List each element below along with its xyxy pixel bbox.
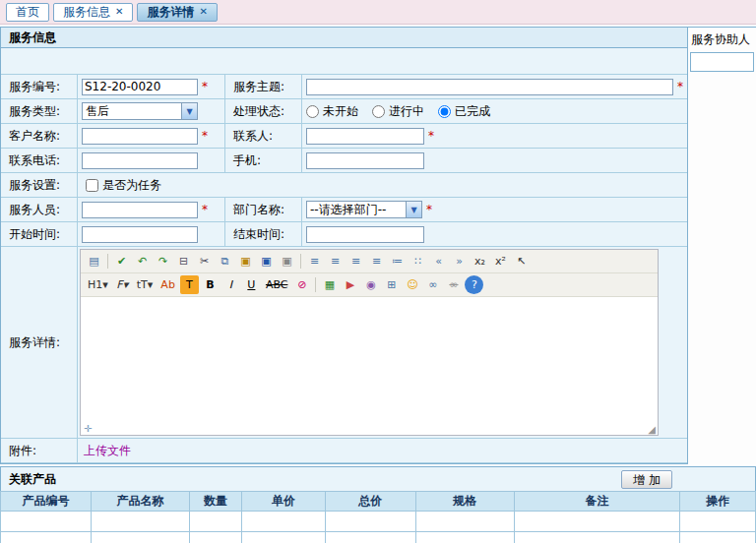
unordered-list-icon[interactable]: ∷: [409, 252, 427, 271]
help-icon[interactable]: ?: [465, 275, 483, 294]
tab-home[interactable]: 首页: [6, 3, 49, 22]
attachment-cell: 上传文件: [78, 439, 687, 462]
unlink-icon[interactable]: ∞: [444, 275, 463, 294]
media-icon[interactable]: ◉: [361, 275, 380, 294]
fontsize-select[interactable]: tT▾: [134, 275, 157, 294]
close-icon[interactable]: ✕: [115, 7, 123, 17]
flash-icon[interactable]: ▶: [341, 275, 359, 294]
service-info-panel: 服务信息 服务编号: * 服务主题: *: [0, 27, 688, 464]
highlight-icon[interactable]: T: [180, 275, 199, 294]
spellcheck-icon[interactable]: ✔: [112, 252, 131, 271]
heading-select[interactable]: H1▾: [85, 275, 111, 294]
settings-label: 服务设置:: [1, 173, 78, 197]
customer-cell: *: [78, 124, 225, 148]
end-time-input[interactable]: [306, 226, 424, 243]
paste-icon[interactable]: ▣: [236, 252, 255, 271]
col-remark: 备注: [514, 492, 680, 512]
service-type-select[interactable]: 售后 ▼: [82, 102, 198, 120]
copy-icon[interactable]: ⧉: [216, 252, 234, 271]
contact-cell: *: [302, 124, 687, 148]
start-time-input[interactable]: [82, 226, 198, 243]
indent-icon[interactable]: »: [450, 252, 469, 271]
print-icon[interactable]: ⊟: [174, 252, 193, 271]
assistant-list-box[interactable]: [690, 52, 754, 72]
bold-icon[interactable]: B: [201, 275, 220, 294]
service-type-label: 服务类型:: [1, 99, 78, 123]
tab-service-detail-label: 服务详情: [147, 4, 194, 21]
undo-icon[interactable]: ↶: [133, 252, 152, 271]
editor-toolbar-row2: H1▾F▾tT▾AbTBIUABC⊘▦▶◉⊞☺∞∞?: [81, 273, 658, 297]
start-time-label: 开始时间:: [1, 222, 78, 246]
tab-service-detail[interactable]: 服务详情 ✕: [137, 3, 217, 22]
chevron-down-icon[interactable]: ▼: [181, 103, 197, 119]
editor-body[interactable]: [81, 297, 658, 435]
status-radio-in-progress[interactable]: [372, 105, 385, 118]
tab-home-label: 首页: [16, 4, 39, 21]
image-icon[interactable]: ▦: [320, 275, 339, 294]
product-row: [1, 512, 756, 532]
product-cell: [189, 512, 242, 532]
emoticon-icon[interactable]: ☺: [403, 275, 421, 294]
status-option-in-progress[interactable]: 进行中: [372, 103, 424, 120]
forecolor-icon[interactable]: Ab: [158, 275, 178, 294]
superscript-icon[interactable]: x²: [491, 252, 510, 271]
assistant-panel: 服务协助人: [688, 27, 756, 464]
contact-input[interactable]: [306, 128, 424, 145]
redo-icon[interactable]: ↷: [154, 252, 172, 271]
upload-file-link[interactable]: 上传文件: [84, 443, 131, 459]
underline-icon[interactable]: U: [242, 275, 261, 294]
new-doc-icon[interactable]: ▤: [85, 252, 103, 271]
subject-input[interactable]: [306, 79, 673, 95]
col-unit-price: 单价: [242, 492, 325, 512]
strikethrough-icon[interactable]: ABC: [263, 275, 291, 294]
status-option-completed[interactable]: 已完成: [438, 103, 490, 120]
tab-service-info[interactable]: 服务信息 ✕: [53, 3, 133, 22]
mobile-input[interactable]: [306, 152, 424, 169]
add-product-button[interactable]: 增 加: [621, 470, 672, 489]
is-task-checkbox[interactable]: [86, 179, 98, 192]
form-row: 开始时间: 结束时间:: [1, 222, 687, 247]
subscript-icon[interactable]: x₂: [471, 252, 489, 271]
eraser-icon[interactable]: ⊘: [292, 275, 311, 294]
align-right-icon[interactable]: ≡: [346, 252, 365, 271]
product-cell: [92, 532, 190, 543]
col-product-name: 产品名称: [92, 492, 190, 512]
attachment-label: 附件:: [1, 439, 78, 462]
outdent-icon[interactable]: «: [429, 252, 448, 271]
close-icon[interactable]: ✕: [199, 7, 207, 17]
related-products-title: 关联产品: [9, 471, 56, 488]
col-spec: 规格: [415, 492, 514, 512]
form-row: 客户名称: * 联系人: *: [1, 124, 687, 149]
department-select[interactable]: --请选择部门-- ▼: [306, 201, 422, 218]
phone-input[interactable]: [82, 152, 198, 169]
required-asterisk: *: [202, 203, 208, 216]
status-radio-completed[interactable]: [438, 105, 451, 118]
is-task-option[interactable]: 是否为任务: [86, 177, 161, 194]
tab-bar: 首页 服务信息 ✕ 服务详情 ✕: [0, 0, 756, 25]
paste-text-icon[interactable]: ▣: [278, 252, 296, 271]
select-icon[interactable]: ↖: [512, 252, 531, 271]
personnel-input[interactable]: [82, 202, 198, 218]
font-select[interactable]: F▾: [113, 275, 132, 294]
status-option-label: 未开始: [323, 103, 358, 120]
product-cell: [92, 512, 190, 532]
service-no-input[interactable]: [82, 79, 198, 95]
table-icon[interactable]: ⊞: [382, 275, 401, 294]
status-radio-not-started[interactable]: [306, 105, 319, 118]
align-left-icon[interactable]: ≡: [305, 252, 324, 271]
italic-icon[interactable]: I: [221, 275, 240, 294]
cut-icon[interactable]: ✂: [195, 252, 214, 271]
align-justify-icon[interactable]: ≡: [367, 252, 386, 271]
col-total-price: 总价: [325, 492, 415, 512]
align-center-icon[interactable]: ≡: [326, 252, 345, 271]
service-type-value: 售后: [83, 103, 181, 119]
product-cell: [1, 532, 92, 543]
status-option-not-started[interactable]: 未开始: [306, 103, 358, 120]
paste-word-icon[interactable]: ▣: [257, 252, 276, 271]
ordered-list-icon[interactable]: ≔: [388, 252, 407, 271]
department-value: --请选择部门--: [307, 202, 406, 217]
customer-input[interactable]: [82, 128, 198, 145]
link-icon[interactable]: ∞: [423, 275, 442, 294]
details-label: 服务详情:: [1, 247, 78, 438]
chevron-down-icon[interactable]: ▼: [406, 202, 421, 217]
